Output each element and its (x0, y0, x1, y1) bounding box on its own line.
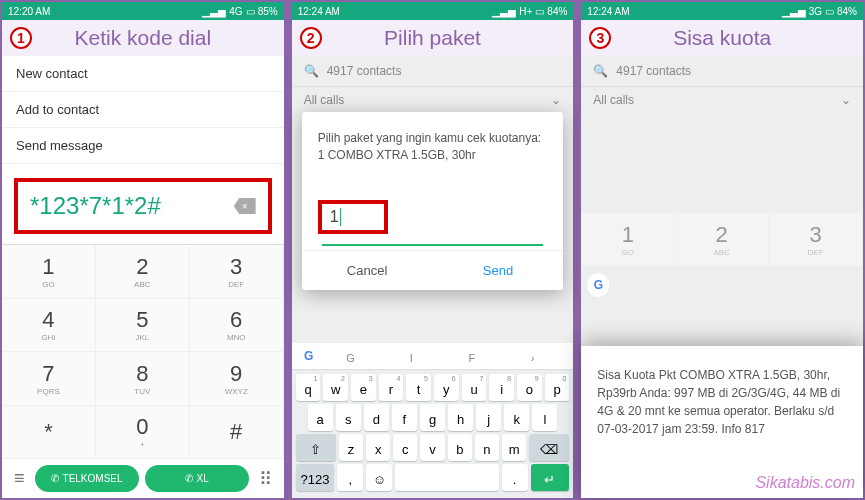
dial-display: *123*7*1*2# × (14, 178, 272, 234)
step-title-bar: 2 Pilih paket (292, 20, 574, 56)
battery-icon: ▭ (246, 6, 255, 17)
status-time: 12:20 AM (8, 6, 50, 17)
comma-key[interactable]: , (337, 464, 363, 491)
keyboard-suggestion-bar: G G I F › (292, 343, 574, 370)
call-telkomsel-button[interactable]: ✆ TELKOMSEL (35, 465, 139, 492)
key-o[interactable]: 9o (517, 374, 542, 401)
ussd-input[interactable]: 1 (330, 208, 341, 225)
quick-key[interactable]: G (322, 352, 380, 364)
screen-1: 12:20 AM ▁▃▅ 4G ▭ 85% 1 Ketik kode dial … (0, 0, 286, 500)
dialer-key-9[interactable]: 9WXYZ (190, 352, 284, 406)
key-g[interactable]: g (420, 404, 445, 431)
backspace-icon[interactable]: × (234, 198, 256, 214)
dialer-key-3[interactable]: 3DEF (190, 245, 284, 299)
dialer-key-*[interactable]: * (2, 406, 96, 460)
phone-icon: ✆ (51, 473, 59, 484)
space-key[interactable] (395, 464, 498, 491)
dialer-key-6[interactable]: 6MNO (190, 299, 284, 353)
input-highlight-box: 1 (318, 200, 388, 235)
quota-result-text: Sisa Kuota Pkt COMBO XTRA 1.5GB, 30hr, R… (597, 366, 847, 438)
google-icon: G (589, 276, 607, 294)
emoji-key[interactable]: ☺ (366, 464, 392, 491)
quick-key[interactable]: F (443, 352, 501, 364)
key-u[interactable]: 7u (462, 374, 487, 401)
step-number: 1 (10, 27, 32, 49)
key-v[interactable]: v (420, 434, 444, 461)
key-y[interactable]: 6y (434, 374, 459, 401)
dialer-bottom-bar: ≡ ✆ TELKOMSEL ✆ XL ⠿ (2, 459, 284, 498)
step-title-bar: 1 Ketik kode dial (2, 20, 284, 56)
send-button[interactable]: Send (433, 251, 564, 290)
screen-2: 12:24 AM ▁▃▅ H+ ▭ 84% 2 Pilih paket 🔍 49… (290, 0, 576, 500)
shift-key[interactable]: ⇧ (296, 434, 336, 461)
soft-keyboard: G G I F › 1q2w3e4r5t6y7u8i9o0p asdfghjkl… (292, 343, 574, 498)
key-n[interactable]: n (475, 434, 499, 461)
popup-message: Pilih paket yang ingin kamu cek kuotanya… (318, 130, 548, 164)
key-r[interactable]: 4r (379, 374, 404, 401)
dialer-key-2[interactable]: 2ABC (96, 245, 190, 299)
key-k[interactable]: k (504, 404, 529, 431)
key-t[interactable]: 5t (406, 374, 431, 401)
dialer-key-8[interactable]: 8TUV (96, 352, 190, 406)
network-type: 3G (809, 6, 822, 17)
key-q[interactable]: 1q (296, 374, 321, 401)
status-bar: 12:24 AM ▁▃▅ 3G ▭ 84% (581, 2, 863, 20)
dialer-key-0[interactable]: 0+ (96, 406, 190, 460)
key-s[interactable]: s (336, 404, 361, 431)
battery-icon: ▭ (825, 6, 834, 17)
dialer-keypad: 1GO2ABC3DEF4GHI5JKL6MNO7PQRS8TUV9WXYZ*0+… (2, 244, 284, 459)
chevron-down-icon: ⌄ (841, 93, 851, 107)
key-b[interactable]: b (448, 434, 472, 461)
key-d[interactable]: d (364, 404, 389, 431)
key-c[interactable]: c (393, 434, 417, 461)
step-number: 3 (589, 27, 611, 49)
dialer-key-#[interactable]: # (190, 406, 284, 460)
step-title: Pilih paket (384, 26, 481, 50)
key-p[interactable]: 0p (545, 374, 570, 401)
symbols-key[interactable]: ?123 (296, 464, 335, 491)
chevron-down-icon: ⌄ (551, 93, 561, 107)
calls-filter[interactable]: All calls ⌄ (581, 86, 863, 113)
backspace-key[interactable]: ⌫ (529, 434, 569, 461)
chevron-right-icon[interactable]: › (504, 352, 562, 364)
key-i[interactable]: 8i (489, 374, 514, 401)
key-h[interactable]: h (448, 404, 473, 431)
key-w[interactable]: 2w (323, 374, 348, 401)
quick-key[interactable]: I (382, 352, 440, 364)
dialer-key-5[interactable]: 5JKL (96, 299, 190, 353)
battery-pct: 84% (547, 6, 567, 17)
key-f[interactable]: f (392, 404, 417, 431)
signal-icon: ▁▃▅ (782, 6, 806, 17)
search-icon: 🔍 (593, 64, 608, 78)
period-key[interactable]: . (502, 464, 528, 491)
step-title-bar: 3 Sisa kuota (581, 20, 863, 56)
key-l[interactable]: l (532, 404, 557, 431)
menu-add-to-contact[interactable]: Add to contact (2, 92, 284, 128)
dialer-key-4[interactable]: 4GHI (2, 299, 96, 353)
cancel-button[interactable]: Cancel (302, 251, 433, 290)
key-z[interactable]: z (339, 434, 363, 461)
status-time: 12:24 AM (298, 6, 340, 17)
battery-icon: ▭ (535, 6, 544, 17)
call-xl-button[interactable]: ✆ XL (145, 465, 249, 492)
dialpad-icon[interactable]: ⠿ (255, 468, 276, 490)
key-x[interactable]: x (366, 434, 390, 461)
menu-new-contact[interactable]: New contact (2, 56, 284, 92)
menu-icon[interactable]: ≡ (10, 468, 29, 489)
calls-filter[interactable]: All calls ⌄ (292, 86, 574, 113)
contacts-search[interactable]: 🔍 4917 contacts (581, 56, 863, 86)
key-j[interactable]: j (476, 404, 501, 431)
battery-pct: 84% (837, 6, 857, 17)
dialer-key-1[interactable]: 1GO (2, 245, 96, 299)
dialer-key-7[interactable]: 7PQRS (2, 352, 96, 406)
phone-icon: ✆ (185, 473, 193, 484)
enter-key[interactable]: ↵ (531, 464, 570, 491)
ussd-result-popup: Sisa Kuota Pkt COMBO XTRA 1.5GB, 30hr, R… (581, 346, 863, 498)
menu-send-message[interactable]: Send message (2, 128, 284, 164)
step-title: Sisa kuota (673, 26, 771, 50)
key-m[interactable]: m (502, 434, 526, 461)
key-e[interactable]: 3e (351, 374, 376, 401)
contacts-search[interactable]: 🔍 4917 contacts (292, 56, 574, 86)
google-icon[interactable]: G (300, 347, 318, 365)
key-a[interactable]: a (308, 404, 333, 431)
